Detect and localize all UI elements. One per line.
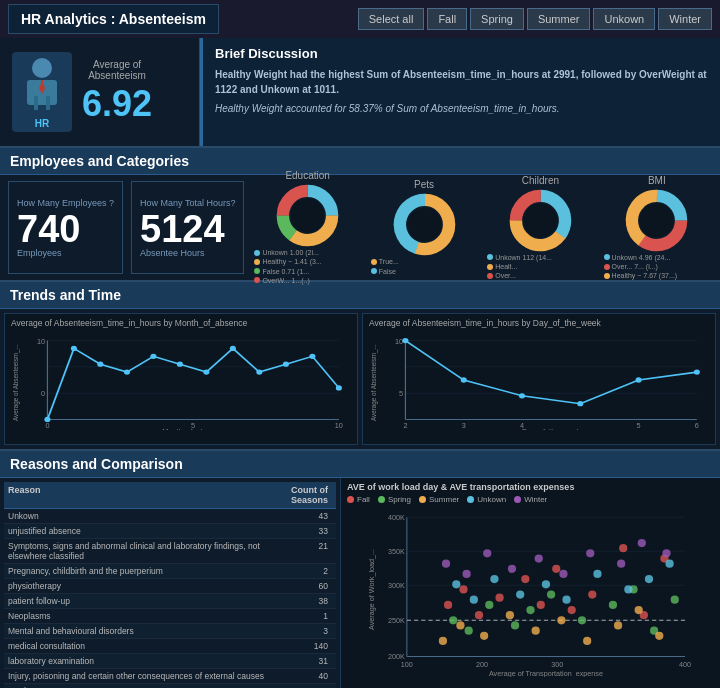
filter-btn-unkown[interactable]: Unkown	[593, 8, 655, 30]
scatter-legend-label: Spring	[388, 495, 411, 504]
svg-point-101	[511, 621, 519, 629]
svg-point-104	[578, 616, 586, 624]
reason-cell: Pregnancy, childbirth and the puerperium	[8, 566, 272, 576]
legend-text: Unkown 4.96 (24...	[612, 253, 671, 262]
svg-text:400: 400	[679, 660, 691, 669]
scatter-legend-dot	[347, 496, 354, 503]
svg-point-92	[552, 565, 560, 573]
legend-item: True...	[371, 257, 477, 266]
kpi-values: Average ofAbsenteeism 6.92	[82, 59, 152, 125]
svg-text:Average of Work_load_...: Average of Work_load_...	[367, 549, 376, 630]
kpi-label: Average ofAbsenteeism	[82, 59, 152, 81]
brief-text-2: Healthy Weight accounted for 58.37% of S…	[215, 101, 708, 116]
trend-chart-2-title: Average of Absenteeism_time_in_hours by …	[369, 318, 709, 328]
svg-text:100: 100	[401, 660, 413, 669]
legend-item: OverW... 1...(..)	[254, 276, 360, 285]
svg-text:Month_of_absence: Month_of_absence	[162, 429, 224, 430]
filter-btn-select-all[interactable]: Select all	[358, 8, 425, 30]
svg-point-35	[150, 354, 156, 359]
svg-text:300: 300	[551, 660, 563, 669]
legend-text: False	[379, 267, 396, 276]
svg-text:3: 3	[462, 422, 466, 428]
line-chart-2: Average of Absenteeism_... 10 5	[369, 330, 709, 430]
svg-point-133	[535, 554, 543, 562]
table-row: Mental and behavioural disorders3	[4, 624, 336, 639]
svg-point-42	[336, 385, 342, 390]
scatter-legend-label: Fall	[357, 495, 370, 504]
table-row: medical consultation140	[4, 639, 336, 654]
legend-dot	[254, 268, 260, 274]
svg-text:Average of Absenteeism_...: Average of Absenteeism_...	[12, 344, 21, 421]
kpi-section: HR Average ofAbsenteeism 6.92 Brief Disc…	[0, 38, 720, 148]
svg-point-130	[463, 570, 471, 578]
svg-point-56	[402, 338, 408, 343]
svg-point-88	[475, 611, 483, 619]
table-row: patient follow-up38	[4, 594, 336, 609]
trends-section: Trends and Time Average of Absenteeism_t…	[0, 282, 720, 451]
svg-text:2: 2	[403, 422, 407, 428]
reasons-table: Reason Count ofSeasons Unkown43unjustifi…	[0, 478, 340, 688]
legend-item: False	[371, 267, 477, 276]
table-row: Neoplasms1	[4, 609, 336, 624]
legend-dot	[487, 254, 493, 260]
svg-point-34	[124, 369, 130, 374]
trend-chart-1-title: Average of Absenteeism_time_in_hours by …	[11, 318, 351, 328]
svg-point-36	[177, 362, 183, 367]
svg-point-17	[523, 203, 557, 237]
col-count-header: Count ofSeasons	[272, 485, 332, 505]
svg-point-111	[480, 632, 488, 640]
scatter-legend-label: Winter	[524, 495, 547, 504]
svg-text:5: 5	[637, 422, 641, 428]
svg-text:Average of Absenteeism_...: Average of Absenteeism_...	[370, 344, 379, 421]
hours-number: 5124	[140, 210, 225, 248]
reasons-content: Reason Count ofSeasons Unkown43unjustifi…	[0, 478, 720, 688]
svg-point-21	[640, 203, 674, 237]
legend-text: True...	[379, 257, 399, 266]
svg-text:Day_of_the_week: Day_of_the_week	[522, 429, 581, 430]
hours-sub-label: How Many Total Hours?	[140, 198, 235, 208]
donut-bmi: BMIUnkown 4.96 (24...Over... 7... (l...)…	[602, 175, 712, 280]
svg-point-112	[506, 611, 514, 619]
count-cell: 31	[272, 656, 332, 666]
filter-btn-fall[interactable]: Fall	[427, 8, 467, 30]
scatter-legend-label: Unkown	[477, 495, 506, 504]
count-cell: 1	[272, 611, 332, 621]
count-cell: 33	[272, 526, 332, 536]
legend-dot	[371, 259, 377, 265]
svg-point-13	[407, 208, 441, 242]
donut-legend-0: Unkown 1.00 (2l...Healthy ~ 1.41 (3...Fa…	[252, 248, 362, 284]
employees-row: How Many Employees ? 740 Employees How M…	[0, 175, 720, 280]
svg-point-121	[490, 575, 498, 583]
donut-svg-1	[392, 192, 457, 257]
scatter-area: 400K 350K 300K 250K 200K Average of Work…	[347, 507, 714, 677]
trend-chart-1: Average of Absenteeism_time_in_hours by …	[4, 313, 358, 445]
scatter-title: AVE of work load day & AVE transportatio…	[347, 482, 714, 492]
table-row: unjustified absence33	[4, 524, 336, 539]
filter-btn-summer[interactable]: Summer	[527, 8, 591, 30]
svg-point-117	[635, 606, 643, 614]
legend-item: Unkown 4.96 (24...	[604, 253, 710, 262]
svg-text:0: 0	[45, 422, 49, 428]
brief-text: Healthy Weight had the highest Sum of Ab…	[215, 67, 708, 116]
svg-point-99	[465, 627, 473, 635]
hr-avatar: HR	[12, 52, 72, 132]
donut-svg-0	[275, 183, 340, 248]
legend-item: Healthy ~ 1.41 (3...	[254, 257, 360, 266]
filter-btn-spring[interactable]: Spring	[470, 8, 524, 30]
filter-btn-winter[interactable]: Winter	[658, 8, 712, 30]
svg-text:200: 200	[476, 660, 488, 669]
legend-item: Healthy ~ 7.67 (37...)	[604, 271, 710, 280]
donut-education: EducationUnkown 1.00 (2l...Healthy ~ 1.4…	[252, 170, 362, 284]
top-bar: HR Analytics : Absenteeism Select allFal…	[0, 0, 720, 38]
svg-point-100	[485, 601, 493, 609]
table-row: laboratory examination31	[4, 654, 336, 669]
svg-point-41	[309, 354, 315, 359]
svg-point-32	[71, 346, 77, 351]
scatter-legend-dot	[467, 496, 474, 503]
kpi-number: 6.92	[82, 83, 152, 125]
legend-item: Healt...	[487, 262, 593, 271]
svg-point-103	[547, 590, 555, 598]
brief-text-1: Healthy Weight had the highest Sum of Ab…	[215, 67, 708, 97]
svg-point-87	[459, 585, 467, 593]
table-row: Pregnancy, childbirth and the puerperium…	[4, 564, 336, 579]
